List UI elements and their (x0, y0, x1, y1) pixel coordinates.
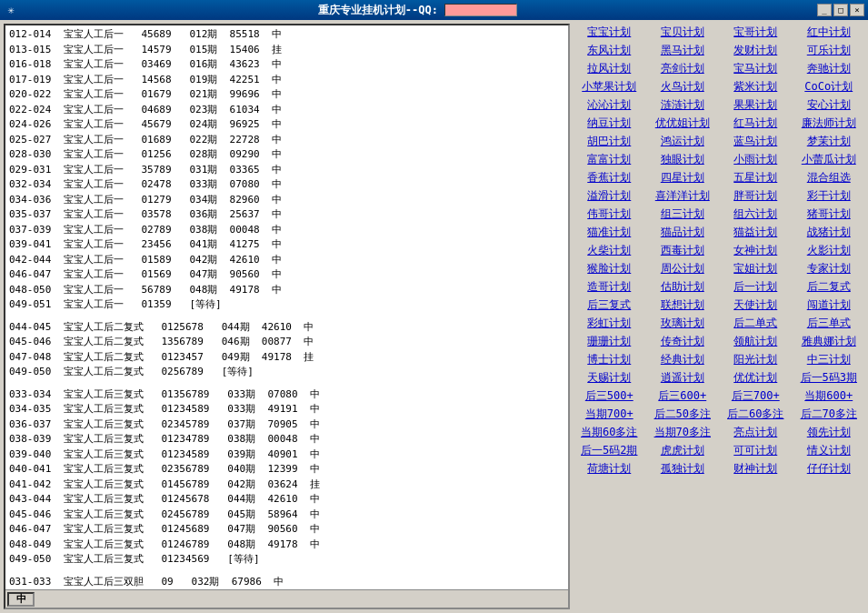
link-item[interactable]: 仔仔计划 (793, 460, 865, 477)
link-item[interactable]: 胖哥计划 (720, 187, 792, 205)
link-item[interactable]: 香蕉计划 (574, 169, 645, 186)
link-item[interactable]: 五星计划 (720, 169, 792, 186)
link-item[interactable]: 博士计划 (574, 351, 645, 368)
link-item[interactable]: 后三700+ (720, 387, 792, 405)
link-item[interactable]: 领航计划 (720, 333, 792, 350)
text-scroll-area[interactable]: 012-014 宝宝人工后一 45689 012期 85518 中013-015… (5, 25, 568, 589)
link-item[interactable]: 天使计划 (720, 296, 792, 314)
link-item[interactable]: 涟涟计划 (647, 96, 719, 114)
qq-input[interactable] (444, 4, 517, 16)
link-item[interactable]: 周公计划 (647, 260, 719, 277)
link-item[interactable]: 领先计划 (793, 424, 865, 441)
link-item[interactable]: 估助计划 (647, 278, 719, 296)
link-item[interactable]: 后一5码3期 (793, 369, 865, 387)
link-item[interactable]: 猪哥计划 (793, 206, 865, 223)
link-item[interactable]: 西毒计划 (647, 242, 719, 259)
link-item[interactable]: 财神计划 (720, 460, 792, 477)
link-item[interactable]: 发财计划 (720, 42, 792, 59)
link-item[interactable]: 鸿运计划 (647, 133, 719, 150)
link-item[interactable]: 安心计划 (793, 96, 865, 114)
link-item[interactable]: 宝姐计划 (720, 260, 792, 277)
link-item[interactable]: 雅典娜计划 (793, 333, 865, 350)
minimize-button[interactable]: _ (817, 4, 832, 16)
link-item[interactable]: 经典计划 (647, 351, 719, 368)
link-item[interactable]: 后二单式 (720, 315, 792, 332)
link-item[interactable]: 红马计划 (720, 115, 792, 132)
link-item[interactable]: 紫米计划 (720, 78, 792, 95)
link-item[interactable]: 天赐计划 (574, 369, 645, 387)
link-item[interactable]: 胡巴计划 (574, 133, 645, 150)
link-item[interactable]: 猫益计划 (720, 224, 792, 241)
link-item[interactable]: 彩干计划 (793, 187, 865, 205)
link-item[interactable]: 混合组选 (793, 169, 865, 186)
link-item[interactable]: 荷塘计划 (574, 460, 645, 477)
link-item[interactable]: 火影计划 (793, 242, 865, 259)
link-item[interactable]: 拉风计划 (574, 60, 645, 77)
link-item[interactable]: 火柴计划 (574, 242, 645, 259)
link-item[interactable]: 虎虎计划 (647, 442, 719, 459)
link-item[interactable]: 优优计划 (720, 369, 792, 387)
link-item[interactable]: 造哥计划 (574, 278, 645, 296)
link-item[interactable]: 纳豆计划 (574, 115, 645, 132)
link-item[interactable]: 溢滑计划 (574, 187, 645, 205)
link-item[interactable]: 可乐计划 (793, 42, 865, 59)
link-item[interactable]: 后三单式 (793, 315, 865, 332)
link-item[interactable]: 后三复式 (574, 296, 645, 314)
link-item[interactable]: 黑马计划 (647, 42, 719, 59)
link-item[interactable]: 后三500+ (574, 387, 645, 405)
link-item[interactable]: 传奇计划 (647, 333, 719, 350)
link-item[interactable]: 女神计划 (720, 242, 792, 259)
link-item[interactable]: 当期600+ (793, 387, 865, 405)
link-item[interactable]: 宝宝计划 (574, 24, 645, 41)
link-item[interactable]: 情义计划 (793, 442, 865, 459)
link-item[interactable]: 火鸟计划 (647, 78, 719, 95)
link-item[interactable]: 四星计划 (647, 169, 719, 186)
link-item[interactable]: 亮剑计划 (647, 60, 719, 77)
link-item[interactable]: 宝贝计划 (647, 24, 719, 41)
link-item[interactable]: 猴脸计划 (574, 260, 645, 277)
link-item[interactable]: 联想计划 (647, 296, 719, 314)
link-item[interactable]: 优优姐计划 (647, 115, 719, 132)
link-item[interactable]: 东风计划 (574, 42, 645, 59)
link-item[interactable]: 专家计划 (793, 260, 865, 277)
link-item[interactable]: 独眼计划 (647, 151, 719, 168)
link-item[interactable]: 亮点计划 (720, 424, 792, 441)
link-item[interactable]: 廉法师计划 (793, 115, 865, 132)
link-item[interactable]: 后三600+ (647, 387, 719, 405)
link-item[interactable]: 珊珊计划 (574, 333, 645, 350)
link-item[interactable]: CoCo计划 (793, 78, 865, 95)
link-item[interactable]: 红中计划 (793, 24, 865, 41)
link-item[interactable]: 后二70多注 (793, 406, 865, 423)
link-item[interactable]: 中三计划 (793, 351, 865, 368)
link-item[interactable]: 小蕾瓜计划 (793, 151, 865, 168)
link-item[interactable]: 果果计划 (720, 96, 792, 114)
link-item[interactable]: 组三计划 (647, 206, 719, 223)
link-item[interactable]: 奔驰计划 (793, 60, 865, 77)
link-item[interactable]: 蓝鸟计划 (720, 133, 792, 150)
link-item[interactable]: 宝哥计划 (720, 24, 792, 41)
link-item[interactable]: 小苹果计划 (574, 78, 645, 95)
link-item[interactable]: 梦茉计划 (793, 133, 865, 150)
link-item[interactable]: 后二60多注 (720, 406, 792, 423)
link-item[interactable]: 当期60多注 (574, 424, 645, 441)
link-item[interactable]: 沁沁计划 (574, 96, 645, 114)
link-item[interactable]: 当期70多注 (647, 424, 719, 441)
link-item[interactable]: 小雨计划 (720, 151, 792, 168)
link-item[interactable]: 组六计划 (720, 206, 792, 223)
link-item[interactable]: 可可计划 (720, 442, 792, 459)
link-item[interactable]: 猫品计划 (647, 224, 719, 241)
maximize-button[interactable]: □ (833, 4, 848, 16)
link-item[interactable]: 伟哥计划 (574, 206, 645, 223)
close-button[interactable]: × (850, 4, 864, 16)
link-item[interactable]: 富富计划 (574, 151, 645, 168)
link-item[interactable]: 后二50多注 (647, 406, 719, 423)
link-item[interactable]: 后一计划 (720, 278, 792, 296)
link-item[interactable]: 宝马计划 (720, 60, 792, 77)
link-item[interactable]: 喜洋洋计划 (647, 187, 719, 205)
link-item[interactable]: 战猪计划 (793, 224, 865, 241)
link-item[interactable]: 逍遥计划 (647, 369, 719, 387)
link-item[interactable]: 孤独计划 (647, 460, 719, 477)
link-item[interactable]: 后二复式 (793, 278, 865, 296)
link-item[interactable]: 猫准计划 (574, 224, 645, 241)
link-item[interactable]: 玫璃计划 (647, 315, 719, 332)
